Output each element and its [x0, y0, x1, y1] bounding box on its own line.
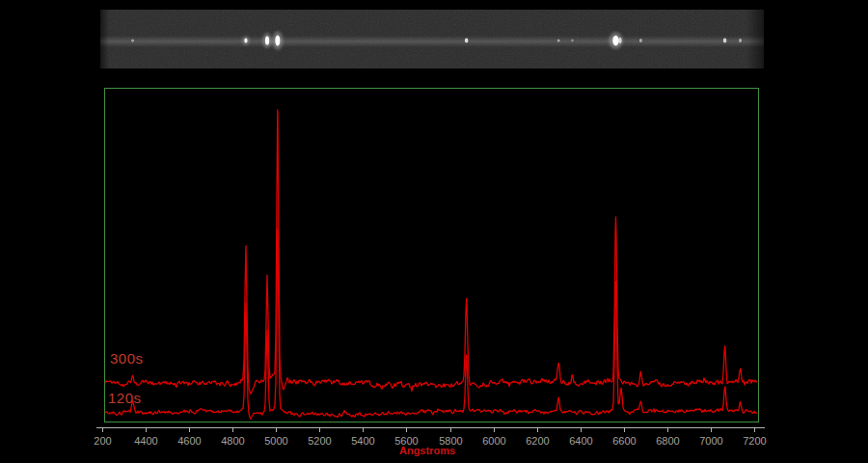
emission-spot	[244, 38, 247, 42]
emission-spot	[571, 40, 573, 42]
spectrum-image-strip[interactable]	[100, 10, 764, 68]
emission-spot	[465, 39, 469, 43]
axis-tick-label: 200	[94, 435, 111, 447]
emission-spot	[265, 36, 269, 44]
strip-continuum-band	[100, 36, 764, 47]
x-axis-title: Angstroms	[384, 445, 471, 456]
axis-tick-label: 6400	[569, 435, 592, 447]
emission-spot	[639, 39, 642, 42]
axis-tick-label: 6600	[612, 435, 636, 447]
plot-border	[105, 89, 759, 422]
axis-tick-label: 6000	[482, 435, 505, 447]
trace-120s	[105, 229, 757, 419]
strip-vignette-left	[100, 10, 109, 68]
emission-spot	[612, 36, 618, 45]
emission-spot	[557, 39, 560, 41]
axis-tick-label: 4800	[221, 435, 244, 447]
axis-tick-label: 4400	[134, 435, 157, 447]
emission-spot	[618, 38, 621, 43]
axis-tick-label: 5000	[264, 435, 287, 447]
axis-tick-label: 7200	[743, 435, 766, 447]
spectrum-plot[interactable]	[105, 89, 759, 422]
axis-tick-label: 7000	[699, 435, 722, 447]
axis-tick-label: 6800	[656, 435, 679, 447]
trace-300s	[105, 110, 757, 395]
wavelength-axis: 2004400460048005000520054005600580060006…	[94, 427, 766, 447]
emission-spot	[275, 35, 280, 45]
emission-spot	[739, 39, 742, 42]
series-label-120s: 120s	[108, 390, 142, 406]
emission-spot	[131, 39, 134, 41]
strip-vignette-right	[746, 10, 764, 68]
axis-tick-label: 5200	[308, 435, 331, 447]
emission-spot	[723, 39, 727, 43]
series-label-300s: 300s	[110, 350, 144, 367]
axis-tick-label: 4600	[177, 435, 201, 447]
axis-tick-label: 6200	[526, 435, 549, 447]
axis-tick-label: 5400	[351, 435, 374, 447]
